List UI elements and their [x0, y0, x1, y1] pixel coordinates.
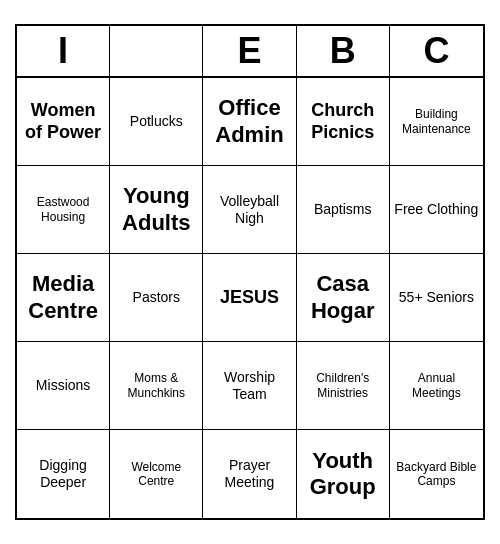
cell-text-10: Media Centre — [21, 271, 105, 324]
cell-text-13: Casa Hogar — [301, 271, 385, 324]
cell-text-18: Children's Ministries — [301, 371, 385, 400]
bingo-cell-15: Missions — [17, 342, 110, 430]
bingo-cell-6: Young Adults — [110, 166, 203, 254]
bingo-cell-11: Pastors — [110, 254, 203, 342]
bingo-cell-14: 55+ Seniors — [390, 254, 483, 342]
bingo-card: IEBC Women of PowerPotlucksOffice AdminC… — [15, 24, 485, 520]
cell-text-23: Youth Group — [301, 448, 385, 501]
header-col-1 — [110, 26, 203, 76]
bingo-cell-19: Annual Meetings — [390, 342, 483, 430]
cell-text-12: JESUS — [220, 287, 279, 309]
bingo-cell-3: Church Picnics — [297, 78, 390, 166]
cell-text-5: Eastwood Housing — [21, 195, 105, 224]
header-col-2: E — [203, 26, 296, 76]
bingo-cell-9: Free Clothing — [390, 166, 483, 254]
cell-text-4: Building Maintenance — [394, 107, 479, 136]
cell-text-17: Worship Team — [207, 369, 291, 403]
bingo-cell-5: Eastwood Housing — [17, 166, 110, 254]
bingo-cell-4: Building Maintenance — [390, 78, 483, 166]
header-col-4: C — [390, 26, 483, 76]
bingo-cell-2: Office Admin — [203, 78, 296, 166]
cell-text-3: Church Picnics — [301, 100, 385, 143]
cell-text-2: Office Admin — [207, 95, 291, 148]
cell-text-9: Free Clothing — [394, 201, 478, 218]
cell-text-7: Volleyball Nigh — [207, 193, 291, 227]
bingo-cell-8: Baptisms — [297, 166, 390, 254]
bingo-cell-0: Women of Power — [17, 78, 110, 166]
bingo-cell-21: Welcome Centre — [110, 430, 203, 518]
cell-text-15: Missions — [36, 377, 90, 394]
header-col-3: B — [297, 26, 390, 76]
bingo-cell-22: Prayer Meeting — [203, 430, 296, 518]
bingo-cell-7: Volleyball Nigh — [203, 166, 296, 254]
cell-text-24: Backyard Bible Camps — [394, 460, 479, 489]
bingo-cell-18: Children's Ministries — [297, 342, 390, 430]
cell-text-21: Welcome Centre — [114, 460, 198, 489]
cell-text-1: Potlucks — [130, 113, 183, 130]
bingo-cell-23: Youth Group — [297, 430, 390, 518]
bingo-cell-17: Worship Team — [203, 342, 296, 430]
bingo-grid: Women of PowerPotlucksOffice AdminChurch… — [17, 78, 483, 518]
cell-text-16: Moms & Munchkins — [114, 371, 198, 400]
bingo-cell-24: Backyard Bible Camps — [390, 430, 483, 518]
bingo-cell-20: Digging Deeper — [17, 430, 110, 518]
cell-text-20: Digging Deeper — [21, 457, 105, 491]
bingo-cell-16: Moms & Munchkins — [110, 342, 203, 430]
cell-text-14: 55+ Seniors — [399, 289, 474, 306]
cell-text-19: Annual Meetings — [394, 371, 479, 400]
bingo-cell-10: Media Centre — [17, 254, 110, 342]
header-col-0: I — [17, 26, 110, 76]
cell-text-0: Women of Power — [21, 100, 105, 143]
cell-text-6: Young Adults — [114, 183, 198, 236]
cell-text-11: Pastors — [133, 289, 180, 306]
cell-text-22: Prayer Meeting — [207, 457, 291, 491]
cell-text-8: Baptisms — [314, 201, 372, 218]
bingo-cell-12: JESUS — [203, 254, 296, 342]
bingo-header: IEBC — [17, 26, 483, 78]
bingo-cell-1: Potlucks — [110, 78, 203, 166]
bingo-cell-13: Casa Hogar — [297, 254, 390, 342]
